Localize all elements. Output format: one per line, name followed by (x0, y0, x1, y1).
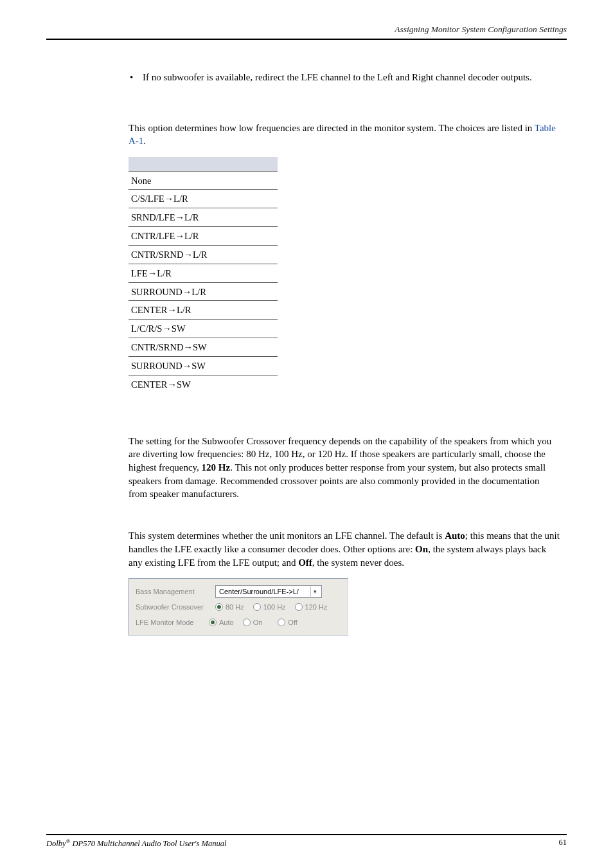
table-row: SURROUND→L/R (129, 282, 278, 301)
bass-mgmt-combo[interactable]: Center/Surround/LFE->L/ (215, 585, 322, 598)
text: . (143, 136, 146, 146)
bold-text: Auto (445, 530, 465, 541)
crossover-label: Subwoofer Crossover (136, 603, 211, 611)
radio-label: 120 Hz (305, 603, 328, 611)
table-row: CNTR/SRND→L/R (129, 245, 278, 264)
running-header: Assigning Monitor System Configuration S… (46, 24, 567, 40)
crossover-radio-80[interactable] (215, 603, 223, 611)
table-cell: CENTER→L/R (129, 301, 278, 320)
table-header-blank (129, 157, 278, 171)
table-row: None (129, 171, 278, 190)
text: , the system never does. (312, 557, 404, 568)
table-row: CENTER→SW (129, 375, 278, 393)
radio-label: On (253, 619, 263, 626)
bass-mgmt-label: Bass Management (136, 588, 211, 595)
table-cell: L/C/R/S→SW (129, 320, 278, 338)
table-cell: SURROUND→SW (129, 357, 278, 375)
table-cell: SRND/LFE→L/R (129, 208, 278, 227)
table-row: SURROUND→SW (129, 357, 278, 375)
table-row: L/C/R/S→SW (129, 320, 278, 338)
lfe-paragraph: This system determines whether the unit … (129, 529, 560, 569)
crossover-radio-100[interactable] (253, 603, 261, 611)
lfe-radio-on[interactable] (243, 619, 251, 626)
crossover-paragraph: The setting for the Subwoofer Crossover … (129, 435, 560, 501)
bullet-list: If no subwoofer is available, redirect t… (129, 71, 560, 84)
table-cell: SURROUND→L/R (129, 282, 278, 301)
bold-text: Off (298, 557, 312, 568)
text: This option determines how low frequenci… (129, 123, 535, 133)
lfe-radio-off[interactable] (278, 619, 285, 626)
lfe-mode-label: LFE Monitor Mode (136, 619, 205, 626)
bullet-item: If no subwoofer is available, redirect t… (129, 71, 560, 84)
table-cell: None (129, 171, 278, 190)
radio-label: 80 Hz (226, 603, 244, 611)
footer-brand: Dolby (46, 839, 66, 848)
table-cell: CNTR/LFE→L/R (129, 227, 278, 246)
options-table: None C/S/LFE→L/R SRND/LFE→L/R CNTR/LFE→L… (129, 157, 560, 393)
settings-panel: Bass Management Center/Surround/LFE->L/ … (129, 578, 348, 636)
table-cell: CENTER→SW (129, 375, 278, 393)
table-cell: C/S/LFE→L/R (129, 190, 278, 208)
bass-mgmt-intro: This option determines how low frequenci… (129, 122, 560, 148)
page-footer: Dolby® DP570 Multichannel Audio Tool Use… (46, 834, 567, 849)
crossover-radio-120[interactable] (295, 603, 303, 611)
footer-title: DP570 Multichannel Audio Tool User's Man… (70, 839, 226, 848)
table-row: CENTER→L/R (129, 301, 278, 320)
table-cell: CNTR/SRND→L/R (129, 245, 278, 264)
table-row: C/S/LFE→L/R (129, 190, 278, 208)
table-row: CNTR/LFE→L/R (129, 227, 278, 246)
text: This system determines whether the unit … (129, 530, 445, 541)
chevron-down-icon[interactable] (310, 586, 320, 597)
combo-value: Center/Surround/LFE->L/ (219, 588, 299, 595)
radio-label: 100 Hz (263, 603, 286, 611)
table-cell: LFE→L/R (129, 264, 278, 282)
bold-text: On (415, 544, 428, 554)
bold-text: 120 Hz (202, 462, 231, 473)
table-row: CNTR/SRND→SW (129, 338, 278, 357)
page-number: 61 (559, 838, 567, 849)
table-cell: CNTR/SRND→SW (129, 338, 278, 357)
radio-label: Auto (219, 619, 234, 626)
footer-left: Dolby® DP570 Multichannel Audio Tool Use… (46, 838, 226, 849)
table-row: LFE→L/R (129, 264, 278, 282)
radio-label: Off (288, 619, 297, 626)
table-row: SRND/LFE→L/R (129, 208, 278, 227)
lfe-radio-auto[interactable] (209, 619, 217, 626)
